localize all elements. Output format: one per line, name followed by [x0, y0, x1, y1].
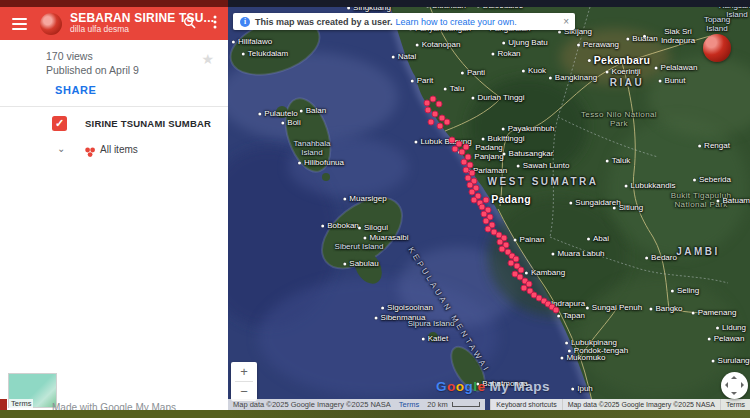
siren-marker[interactable]: [436, 101, 443, 108]
map-label: Ujung Batu: [508, 38, 548, 47]
star-icon[interactable]: ★: [201, 50, 214, 69]
map-label: Silogui: [364, 223, 388, 232]
siren-marker[interactable]: [437, 123, 444, 130]
siren-marker[interactable]: [463, 144, 470, 151]
attribution-text-right: Map data ©2025 Google Imagery ©2025 NASA: [562, 399, 720, 410]
map-label: Bobokan: [327, 221, 359, 230]
map-label: Sabulau: [349, 259, 378, 268]
window-top-strip-left: [0, 0, 228, 7]
all-items-row[interactable]: ⌄ All items: [0, 142, 228, 158]
map-label: Muarsigep: [349, 194, 386, 203]
map-label: Kambang: [531, 268, 565, 277]
map-label: Muara Labuh: [557, 249, 604, 258]
map-label: Pelalawan: [661, 63, 698, 72]
share-button[interactable]: SHARE: [55, 84, 228, 96]
map-label: Panti: [467, 68, 485, 77]
map-label: Pelawan: [714, 334, 745, 343]
map-label: Surulangun: [718, 356, 750, 365]
watermark-suffix: My Maps: [490, 379, 551, 394]
siren-marker[interactable]: [444, 119, 451, 126]
map-label: Natal: [398, 52, 417, 61]
siren-marker[interactable]: [518, 267, 525, 274]
scale-bar: [452, 402, 480, 407]
map-label: Seling: [677, 286, 699, 295]
map-attribution-left: Map data ©2025 Google Imagery ©2025 NASA…: [228, 399, 485, 410]
map-label: RIAU: [610, 77, 644, 88]
layer-cluster-icon: [84, 144, 96, 162]
map-label: Bedaro: [651, 253, 677, 262]
sidebar-divider: [0, 106, 228, 107]
map-label: Lidung: [722, 323, 746, 332]
map-label: Sungaidareh: [575, 198, 620, 207]
red-edge-fragment: [0, 399, 7, 410]
map-label: Singkuang: [353, 7, 391, 12]
siren-marker[interactable]: [452, 146, 459, 153]
layer-title: SIRINE TSUNAMI SUMBAR: [85, 118, 211, 129]
sidebar-header: SEBARAN SIRINE TSU... dilla ulfa desma: [0, 7, 228, 40]
banner-close-icon[interactable]: ×: [563, 16, 569, 27]
account-avatar[interactable]: [703, 34, 731, 62]
banner-text: This map was created by a user.: [255, 17, 393, 27]
bottom-window-band: [0, 410, 750, 418]
map-owner: dilla ulfa desma: [70, 25, 176, 34]
map-canvas[interactable]: SingkuangSibuhuanDaloedaloePanyambunganP…: [228, 7, 750, 410]
siren-marker[interactable]: [483, 197, 490, 204]
siren-marker[interactable]: [449, 137, 456, 144]
map-label: Hilifalawo: [238, 37, 272, 46]
terms-link-right[interactable]: Terms: [720, 399, 750, 410]
pan-control[interactable]: [721, 372, 748, 399]
map-label: Lubukkandis: [631, 181, 676, 190]
map-label: Bukittinggi: [488, 134, 525, 143]
map-label: Boli: [287, 118, 300, 127]
map-label: Pariaman: [473, 166, 507, 175]
siren-marker[interactable]: [428, 119, 435, 126]
map-label: Kuok: [528, 66, 546, 75]
terms-link[interactable]: Terms: [399, 400, 419, 409]
siren-marker[interactable]: [553, 307, 560, 314]
map-label: Sipura Island: [408, 319, 455, 328]
map-label: Tapan: [563, 311, 585, 320]
map-label: Bunut: [665, 76, 686, 85]
map-label: Padang Panjang: [464, 143, 514, 161]
window-top-strip-right: [228, 0, 750, 7]
keyboard-shortcuts-button[interactable]: Keyboard shortcuts: [490, 399, 561, 410]
siren-marker[interactable]: [432, 111, 439, 118]
map-label: Muarasaibi: [369, 233, 408, 242]
scale-label: 20 km: [427, 400, 447, 409]
layer-row: ✓ SIRINE TSUNAMI SUMBAR: [0, 116, 228, 134]
banner-learn-link[interactable]: Learn how to create your own.: [396, 17, 517, 27]
map-label: Durian Tinggi: [477, 93, 524, 102]
map-label: Telukdalam: [248, 49, 288, 58]
map-label: Pekanbaru: [594, 54, 650, 66]
map-label: Batusangkar: [509, 149, 554, 158]
zoom-in-button[interactable]: +: [231, 362, 257, 381]
map-label: Mukomuko: [566, 353, 605, 362]
map-label: Bangkinang: [555, 73, 597, 82]
map-attribution-right: Keyboard shortcuts Map data ©2025 Google…: [490, 399, 750, 410]
map-label: Painan: [520, 235, 545, 244]
map-label: Tanahbala Island: [285, 139, 340, 157]
map-label: Daloedaloe: [483, 7, 523, 10]
info-icon: i: [240, 17, 250, 27]
map-label: WEST SUMATRA: [488, 176, 599, 187]
map-label: Taluk: [612, 156, 631, 165]
map-label: Payakumbuh: [508, 124, 555, 133]
map-label: Pulautelo: [264, 109, 297, 118]
attribution-text: Map data ©2025 Google Imagery ©2025 NASA: [233, 400, 391, 409]
layer-checkbox[interactable]: ✓: [52, 116, 67, 131]
chevron-down-icon[interactable]: ⌄: [57, 143, 65, 154]
siren-marker[interactable]: [425, 107, 432, 114]
map-owner-avatar[interactable]: [40, 13, 62, 35]
map-label: Katiet: [428, 334, 448, 343]
map-label: Abai: [593, 234, 609, 243]
map-label: Kotanopan: [422, 40, 461, 49]
screenshot-stage: SEBARAN SIRINE TSU... dilla ulfa desma 1…: [0, 0, 750, 418]
map-meta: 170 views Published on April 9 ★: [0, 40, 228, 77]
map-title-block: SEBARAN SIRINE TSU... dilla ulfa desma: [70, 12, 176, 35]
map-label: Pamenang: [698, 308, 737, 317]
map-label: Parit: [417, 76, 433, 85]
kebab-menu-icon[interactable]: [202, 15, 228, 33]
search-icon[interactable]: [176, 15, 202, 33]
map-label: Seberida: [699, 175, 731, 184]
hamburger-menu-icon[interactable]: [12, 15, 27, 33]
